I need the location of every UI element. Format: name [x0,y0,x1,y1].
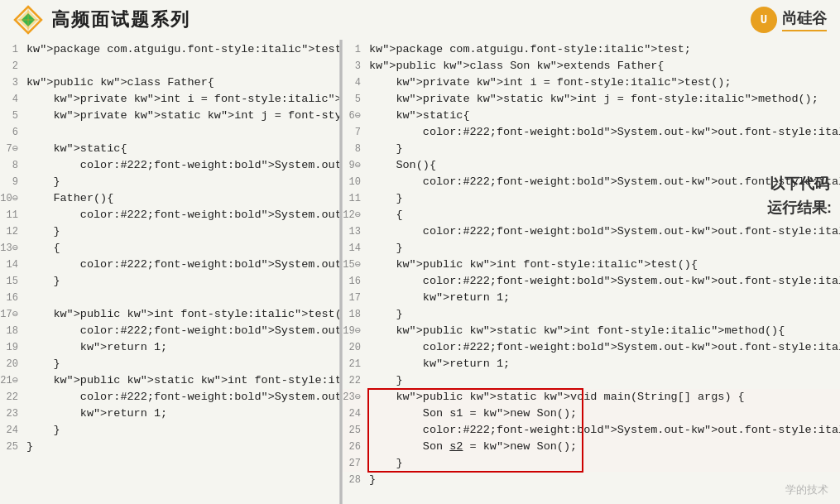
line-number: 5 [343,91,366,108]
line-number: 7 [343,124,366,141]
table-row: 3kw">public kw">class Son kw">extends Fa… [343,58,840,74]
table-row: 1kw">package com.atguigu.font-style:ital… [0,41,339,58]
line-code: color:#222;font-weight:bold">System.out-… [366,422,840,439]
line-code: color:#222;font-weight:bold">System.out-… [23,207,339,223]
line-code: } [366,372,840,389]
line-number: 18 [0,323,23,339]
line-number: 18 [343,306,366,323]
line-code: kw">public kw">class Son kw">extends Fat… [366,58,840,74]
line-code: color:#222;font-weight:bold">System.out-… [366,124,840,141]
line-number: 17 [343,290,366,306]
table-row: 4 kw">private kw">int i = font-style:ita… [0,91,339,108]
table-row: 22 color:#222;font-weight:bold">System.o… [0,389,339,406]
table-row: 23⊖ kw">public kw">static kw">void main(… [343,389,840,406]
table-row: 9⊖ Son(){ [343,157,840,174]
line-number: 25 [0,439,23,455]
table-row: 20 color:#222;font-weight:bold">System.o… [343,339,840,356]
table-row: 5 kw">private kw">static kw">int j = fon… [0,108,339,124]
line-code: } [366,306,840,323]
table-row: 12⊖ { [343,207,840,223]
line-number: 24 [0,422,23,439]
line-code: Father(){ [23,190,339,207]
line-code: kw">static{ [366,108,840,124]
line-number: 23 [0,406,23,422]
line-number: 6 [0,124,23,141]
table-row: 6⊖ kw">static{ [343,108,840,124]
table-row: 17 kw">return 1; [343,290,840,306]
table-row: 12 } [0,223,339,240]
table-row: 4 kw">private kw">int i = font-style:ita… [343,74,840,91]
line-code: Son s1 = kw">new Son(); [366,406,840,422]
line-code: } [23,439,339,455]
line-number: 21⊖ [0,372,23,389]
table-row: 7 color:#222;font-weight:bold">System.ou… [343,124,840,141]
table-row: 27 } [343,455,840,472]
table-row: 15⊖ kw">public kw">int font-style:italic… [343,257,840,273]
line-number: 6⊖ [343,108,366,124]
line-number: 15 [0,273,23,290]
table-row: 19⊖ kw">public kw">static kw">int font-s… [343,323,840,339]
header: 高频面试题系列 U 尚硅谷 [0,0,840,40]
line-number: 13⊖ [0,240,23,257]
line-number: 9⊖ [343,157,366,174]
table-row: 24 Son s1 = kw">new Son(); [343,406,840,422]
line-code: } [366,472,840,488]
line-number: 16 [343,273,366,290]
line-code: kw">return 1; [23,406,339,422]
line-code: kw">private kw">static kw">int j = font-… [23,108,339,124]
line-number: 25 [343,422,366,439]
line-number: 11 [0,207,23,223]
line-number: 10 [343,174,366,190]
line-code: color:#222;font-weight:bold">System.out-… [366,339,840,356]
line-number: 14 [0,257,23,273]
brand-name: 尚硅谷 [782,8,827,31]
line-number: 5 [0,108,23,124]
line-code: } [23,273,339,290]
table-row: 22 } [343,372,840,389]
logo-icon [13,5,43,35]
line-number: 19⊖ [343,323,366,339]
line-number: 15⊖ [343,257,366,273]
line-code: kw">return 1; [366,290,840,306]
line-code: kw">return 1; [366,356,840,372]
line-code: } [23,223,339,240]
line-code: kw">private kw">int i = font-style:itali… [366,74,840,91]
line-number: 7⊖ [0,141,23,157]
line-code: color:#222;font-weight:bold">System.out-… [23,157,339,174]
table-row: 16 [0,290,339,306]
brand-logo: U 尚硅谷 [751,7,827,33]
table-row: 10 color:#222;font-weight:bold">System.o… [343,174,840,190]
line-number: 10⊖ [0,190,23,207]
table-row: 18 } [343,306,840,323]
main-content: 1kw">package com.atguigu.font-style:ital… [0,40,840,504]
line-number: 24 [343,406,366,422]
brand-icon: U [751,7,777,33]
line-number: 11 [343,190,366,207]
line-code: color:#222;font-weight:bold">System.out-… [23,323,339,339]
line-code: kw">package com.atguigu.font-style:itali… [23,41,339,58]
line-code: } [366,141,840,157]
line-code: kw">return 1; [23,339,339,356]
line-number: 14 [343,240,366,257]
line-code: kw">static{ [23,141,339,157]
line-number: 17⊖ [0,306,23,323]
table-row: 25} [0,439,339,455]
line-number: 12 [0,223,23,240]
table-row: 15 } [0,273,339,290]
line-code: kw">private kw">static kw">int j = font-… [366,91,840,108]
line-code: kw">public kw">static kw">void main(Stri… [366,389,840,406]
line-code: kw">public kw">static kw">int font-style… [23,372,339,389]
left-code-panel: 1kw">package com.atguigu.font-style:ital… [0,40,339,504]
table-row: 20 } [0,356,339,372]
watermark: 学的技术 [785,482,828,497]
line-code: color:#222;font-weight:bold">System.out-… [23,257,339,273]
line-code: kw">public kw">class Father{ [23,74,339,91]
table-row: 25 color:#222;font-weight:bold">System.o… [343,422,840,439]
line-code: kw">public kw">int font-style:italic">te… [23,306,339,323]
line-number: 8 [343,141,366,157]
table-row: 9 } [0,174,339,190]
table-row: 8 } [343,141,840,157]
table-row: 21⊖ kw">public kw">static kw">int font-s… [0,372,339,389]
table-row: 11 color:#222;font-weight:bold">System.o… [0,207,339,223]
line-number: 21 [343,356,366,372]
